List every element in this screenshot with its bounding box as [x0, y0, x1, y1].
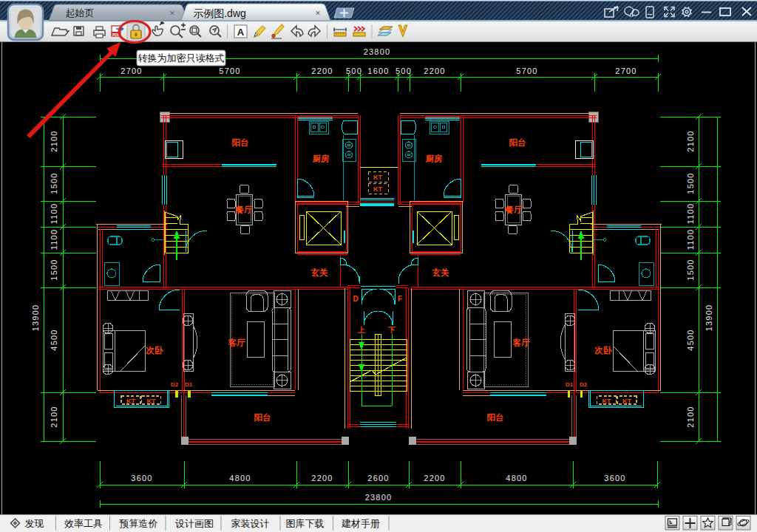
- svg-text:4500: 4500: [686, 329, 695, 350]
- svg-text:阳台: 阳台: [487, 412, 504, 422]
- svg-text:玄关: 玄关: [432, 267, 450, 277]
- svg-text:起始页: 起始页: [66, 7, 95, 18]
- svg-text:1100: 1100: [50, 203, 58, 224]
- svg-text:KT: KT: [622, 398, 631, 405]
- svg-text:2600: 2600: [367, 474, 389, 482]
- svg-text:1100: 1100: [50, 229, 58, 250]
- svg-text:阳台: 阳台: [509, 137, 526, 147]
- svg-text:2200: 2200: [311, 66, 333, 75]
- svg-text:阳台: 阳台: [232, 137, 249, 147]
- svg-text:4500: 4500: [50, 329, 58, 350]
- svg-text:3600: 3600: [131, 474, 152, 482]
- svg-text:F: F: [398, 295, 402, 303]
- svg-text:4800: 4800: [229, 474, 251, 482]
- svg-text:500: 500: [346, 66, 362, 75]
- svg-text:500: 500: [396, 66, 412, 75]
- svg-text:KT: KT: [602, 398, 611, 405]
- svg-text:D2: D2: [580, 381, 588, 388]
- svg-text:5700: 5700: [219, 66, 240, 75]
- svg-text:客厅: 客厅: [228, 338, 246, 347]
- svg-text:2700: 2700: [120, 66, 142, 75]
- svg-text:13900: 13900: [705, 304, 713, 332]
- svg-text:建材手册: 建材手册: [341, 518, 380, 529]
- svg-text:次卧: 次卧: [594, 346, 613, 355]
- svg-text:客厅: 客厅: [512, 338, 531, 347]
- svg-text:D1: D1: [185, 381, 193, 388]
- svg-text:D2: D2: [171, 381, 179, 388]
- svg-text:预算造价: 预算造价: [119, 518, 158, 529]
- svg-text:4800: 4800: [506, 474, 527, 482]
- svg-text:A: A: [237, 27, 245, 38]
- svg-text:✕: ✕: [169, 10, 175, 17]
- svg-text:阳台: 阳台: [254, 412, 271, 422]
- svg-text:2100: 2100: [686, 406, 695, 427]
- svg-text:次卧: 次卧: [146, 346, 164, 355]
- svg-text:厨房: 厨房: [312, 154, 330, 163]
- svg-text:2100: 2100: [50, 130, 58, 151]
- svg-text:1500: 1500: [686, 259, 695, 280]
- svg-text:23800: 23800: [364, 47, 391, 56]
- svg-text:1500: 1500: [50, 259, 58, 280]
- svg-text:家装设计: 家装设计: [231, 518, 270, 529]
- svg-text:2200: 2200: [424, 474, 445, 482]
- svg-text:效率工具: 效率工具: [64, 518, 103, 529]
- svg-text:KT: KT: [373, 174, 382, 181]
- svg-text:✕: ✕: [315, 10, 321, 17]
- svg-text:2100: 2100: [50, 406, 58, 427]
- svg-text:2200: 2200: [311, 474, 333, 482]
- svg-text:KT: KT: [147, 398, 156, 405]
- svg-text:KT: KT: [126, 398, 135, 405]
- svg-text:1100: 1100: [686, 229, 695, 250]
- svg-text:示例图.dwg: 示例图.dwg: [193, 7, 246, 19]
- svg-text:2200: 2200: [424, 66, 445, 75]
- svg-text:D1: D1: [566, 381, 574, 388]
- svg-text:3600: 3600: [604, 474, 625, 482]
- svg-text:餐厅: 餐厅: [505, 205, 523, 214]
- svg-text:1100: 1100: [686, 203, 695, 224]
- svg-text:设计画图: 设计画图: [175, 518, 214, 529]
- svg-text:上: 上: [357, 326, 365, 334]
- svg-text:1600: 1600: [367, 66, 389, 75]
- svg-text:D: D: [353, 295, 358, 303]
- svg-text:1500: 1500: [686, 172, 695, 194]
- svg-text:2700: 2700: [615, 66, 637, 75]
- svg-text:转换为加密只读格式: 转换为加密只读格式: [138, 52, 225, 64]
- svg-text:发现: 发现: [25, 518, 44, 529]
- svg-text:5700: 5700: [516, 66, 537, 75]
- svg-text:2100: 2100: [686, 130, 695, 151]
- svg-text:餐厅: 餐厅: [235, 205, 254, 214]
- svg-text:KT: KT: [373, 185, 382, 193]
- svg-text:厨房: 厨房: [425, 154, 444, 163]
- svg-text:玄关: 玄关: [310, 267, 329, 277]
- svg-text:23800: 23800: [365, 493, 393, 502]
- svg-text:1500: 1500: [50, 172, 58, 194]
- svg-text:13900: 13900: [31, 304, 40, 332]
- svg-text:下: 下: [387, 326, 396, 334]
- svg-text:图库下载: 图库下载: [286, 518, 325, 529]
